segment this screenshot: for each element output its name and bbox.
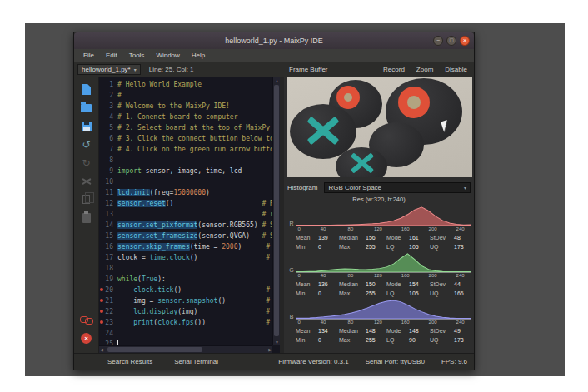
right-panel: Histogram RGB Color Space ▾ Res (w:320, … [284, 77, 474, 353]
paste-icon [82, 213, 91, 223]
tool-sidebar: ↺↻ × [74, 77, 99, 353]
frame-buffer-label: Frame Buffer [289, 66, 328, 73]
code-line[interactable]: 20 clock.tick() # Update the FPS clock. [99, 285, 272, 295]
sidebar-bottom-group: × [77, 310, 97, 348]
record-button[interactable]: Record [381, 65, 406, 74]
stat-label: Min [296, 289, 318, 298]
code-text: sensor.reset() # Reset and initialize th… [117, 198, 272, 209]
undo-button[interactable]: ↺ [77, 136, 97, 153]
code-text [117, 263, 272, 274]
color-space-dropdown[interactable]: RGB Color Space ▾ [324, 182, 471, 193]
stat-value: 90 [409, 335, 430, 345]
line-number: 18 [104, 263, 117, 274]
code-line[interactable]: 9import sensor, image, time, lcd [99, 166, 272, 176]
code-line[interactable]: 22 lcd.display(img) # Display on LCD [99, 306, 272, 317]
stop-button[interactable]: × [77, 330, 97, 347]
scroll-left-icon[interactable]: ◀ [100, 347, 103, 352]
code-line[interactable]: 17clock = time.clock() # Create a clock … [99, 252, 272, 263]
disable-button[interactable]: Disable [443, 65, 469, 74]
dropdown-arrow-icon: ▾ [464, 185, 466, 191]
stat-value: 148 [366, 326, 386, 335]
frame-buffer-image[interactable] [287, 77, 472, 177]
stat-value: 255 [366, 289, 386, 298]
axis-tick: 240 [456, 226, 465, 231]
code-line[interactable]: 19while(True): [99, 274, 272, 285]
maixpy-ide-window: helloworld_1.py - MaixPy IDE − □ × FileE… [73, 32, 475, 370]
code-line[interactable]: 3# Welcome to the MaixPy IDE! [99, 101, 272, 112]
menu-window[interactable]: Window [150, 52, 185, 59]
axis-tick: 160 [401, 226, 410, 231]
line-number: 3 [104, 101, 117, 112]
code-line[interactable]: 2# [99, 90, 272, 101]
menu-file[interactable]: File [77, 52, 100, 59]
code-line[interactable]: 12sensor.reset() # Reset and initialize … [99, 198, 272, 209]
disconnect-button[interactable] [77, 311, 97, 329]
new-file-button[interactable] [77, 81, 97, 98]
stat-label: Max [339, 242, 366, 251]
stat-label: Min [296, 242, 318, 251]
channel-stats-row: Mean136Median150Mode154StDev44 [296, 280, 471, 289]
channel-stats-row: Min0Max255LQ90UQ173 [296, 335, 471, 345]
code-line[interactable]: 6# 3. Click the connect buttion below to… [99, 133, 272, 144]
code-line[interactable]: 10 [99, 176, 272, 187]
code-line[interactable]: 13 # run automatically, call sensor.run(… [99, 209, 272, 220]
line-number: 8 [104, 155, 117, 166]
stat-value: 105 [409, 242, 430, 251]
code-line[interactable]: 25 [99, 339, 272, 345]
line-number: 14 [104, 220, 117, 231]
code-editor[interactable]: 1# Hello World Example2#3# Welcome to th… [99, 77, 280, 353]
close-button[interactable]: × [460, 36, 470, 46]
title-bar[interactable]: helloworld_1.py - MaixPy IDE − □ × [74, 32, 474, 49]
file-tab-selector[interactable]: helloworld_1.py* ▾ [77, 64, 141, 75]
code-area[interactable]: 1# Hello World Example2#3# Welcome to th… [99, 77, 272, 345]
code-line[interactable]: 21 img = sensor.snapshot() # Take a pict… [99, 295, 272, 306]
status-bar: Search Results Serial Terminal Firmware … [74, 353, 474, 370]
save-file-button[interactable] [77, 117, 97, 135]
code-line[interactable]: 8 [99, 155, 272, 166]
zoom-button[interactable]: Zoom [415, 65, 435, 74]
stat-label: Max [339, 335, 366, 345]
change-marker [99, 295, 104, 306]
paste-button[interactable] [77, 209, 97, 226]
axis-tick: 0 [298, 226, 301, 231]
cut-button[interactable] [77, 172, 97, 190]
copy-button[interactable] [77, 191, 97, 208]
stat-value: 148 [409, 326, 430, 335]
code-line[interactable]: 7# 4. Click on the green run arrow butto… [99, 144, 272, 155]
minimize-button[interactable]: − [433, 36, 443, 46]
menu-help[interactable]: Help [186, 52, 211, 59]
code-line[interactable]: 23 print(clock.fps()) # Note: MaixPy's C… [99, 317, 272, 328]
code-line[interactable]: 5# 2. Select board at the top of MaixPy … [99, 122, 272, 133]
code-line[interactable]: 24 [99, 328, 272, 339]
maximize-button[interactable]: □ [446, 36, 456, 46]
code-line[interactable]: 11lcd.init(freq=15000000) [99, 187, 272, 198]
horizontal-scrollbar[interactable]: ◀ ▶ [99, 345, 272, 353]
main-content: ↺↻ × 1# Hello World Example2#3# Welcome … [74, 77, 474, 353]
stat-label: UQ [430, 242, 454, 251]
scroll-right-icon[interactable]: ▶ [268, 347, 272, 352]
scroll-down-icon[interactable]: ▼ [273, 340, 280, 345]
vertical-scrollbar[interactable]: ▲ ▼ [272, 77, 280, 345]
code-line[interactable]: 16sensor.skip_frames(time = 2000) # Wait… [99, 241, 272, 252]
window-controls: − □ × [433, 36, 470, 46]
axis-tick: 40 [321, 273, 326, 278]
code-line[interactable]: 15sensor.set_framesize(sensor.QVGA) # Se… [99, 231, 272, 241]
scroll-up-icon[interactable]: ▲ [273, 78, 280, 83]
code-line[interactable]: 4# 1. Conenct board to computer [99, 112, 272, 122]
vertical-scroll-thumb[interactable] [274, 85, 279, 336]
gutter-margin [99, 79, 104, 90]
redo-button[interactable]: ↻ [77, 154, 97, 171]
code-text [117, 339, 272, 345]
stat-value: 105 [409, 289, 430, 298]
serial-terminal-tab[interactable]: Serial Terminal [174, 358, 218, 365]
stat-label: Mean [296, 280, 318, 289]
search-results-tab[interactable]: Search Results [107, 358, 152, 365]
code-line[interactable]: 18 [99, 263, 272, 274]
code-line[interactable]: 1# Hello World Example [99, 79, 272, 90]
horizontal-scroll-thumb[interactable] [107, 347, 202, 352]
open-file-button[interactable] [77, 99, 97, 117]
menu-edit[interactable]: Edit [100, 52, 123, 59]
menu-tools[interactable]: Tools [123, 52, 151, 59]
stat-value: 0 [318, 242, 339, 251]
code-line[interactable]: 14sensor.set_pixformat(sensor.RGB565) # … [99, 220, 272, 231]
